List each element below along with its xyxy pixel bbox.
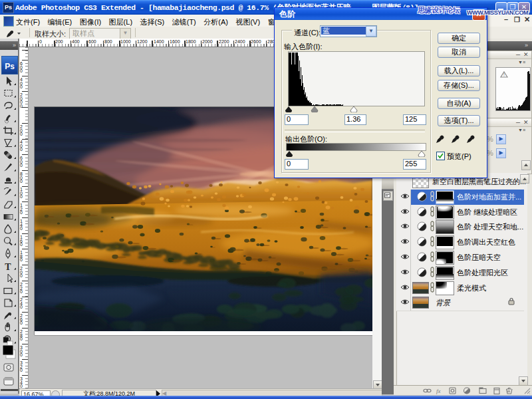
svg-text:!: ! <box>503 72 505 77</box>
svg-text:fx: fx <box>436 388 441 394</box>
svg-text:T: T <box>5 262 11 272</box>
